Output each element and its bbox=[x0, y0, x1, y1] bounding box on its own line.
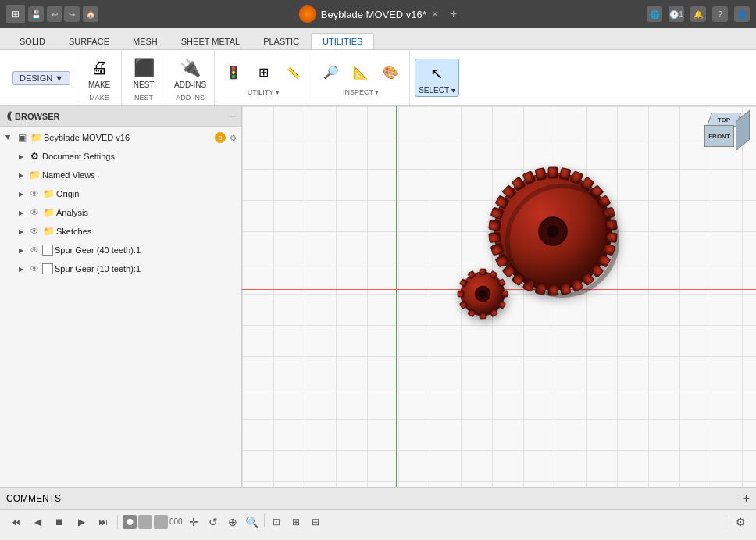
play-prev-button[interactable]: ◀ bbox=[28, 513, 47, 531]
svg-rect-30 bbox=[535, 168, 547, 181]
skip-start-button[interactable]: ⏮ bbox=[6, 513, 25, 531]
grid-layout-button[interactable]: ⊞ bbox=[249, 60, 277, 85]
tree-item-root[interactable]: ▶ ▣ 📁 Beyblade MOVED v16 B ⚙ bbox=[0, 128, 241, 147]
save-button[interactable]: 💾 bbox=[28, 6, 44, 22]
tree-arrow-named-views[interactable]: ▶ bbox=[16, 170, 27, 181]
eye-icon-spur40[interactable]: 👁 bbox=[28, 244, 41, 256]
tree-arrow-doc[interactable]: ▶ bbox=[16, 151, 27, 162]
eye-icon-analysis[interactable]: 👁 bbox=[28, 206, 41, 219]
tree-label-spur10: Spur Gear (10 teeth):1 bbox=[55, 264, 238, 274]
display-mode-button[interactable]: ⊡ bbox=[267, 513, 286, 531]
tree-label-analysis: Analysis bbox=[56, 208, 238, 217]
browser-collapse-left-icon[interactable]: ⟪ bbox=[6, 110, 12, 122]
utility-group: 🚦 ⊞ 📏 UTILITY ▾ bbox=[215, 50, 312, 105]
tree-item-origin[interactable]: ▶ 👁 📁 Origin bbox=[0, 184, 241, 203]
measure-button[interactable]: 📐 bbox=[347, 60, 375, 85]
design-group: DESIGN ▼ bbox=[6, 50, 77, 105]
tree-label-doc-settings: Document Settings bbox=[42, 152, 238, 161]
grid-settings-button[interactable]: ⊟ bbox=[306, 513, 325, 531]
svg-rect-44 bbox=[458, 291, 464, 297]
settings-button[interactable]: ⚙ bbox=[731, 513, 750, 531]
make-button[interactable]: 🖨 MAKE bbox=[82, 54, 116, 91]
traffic-button[interactable]: 🚦 bbox=[219, 60, 248, 85]
skip-end-button[interactable]: ⏭ bbox=[94, 513, 112, 531]
tree-item-spur10[interactable]: ▶ 👁 Spur Gear (10 teeth):1 bbox=[0, 259, 241, 278]
tree-arrow-spur10[interactable]: ▶ bbox=[16, 263, 27, 274]
clock-button[interactable]: 🕐 1 bbox=[669, 6, 684, 22]
redo-button[interactable]: ↪ bbox=[64, 6, 80, 22]
nest-button[interactable]: ⬛ NEST bbox=[127, 54, 161, 91]
tree-arrow-sketches[interactable]: ▶ bbox=[16, 226, 27, 237]
nest-group: ⬛ NEST NEST bbox=[122, 50, 166, 105]
home-button[interactable]: 🏠 bbox=[83, 6, 98, 22]
color-palette-button[interactable]: 🎨 bbox=[376, 60, 405, 85]
svg-rect-23 bbox=[489, 232, 501, 242]
play-button[interactable]: ▶ bbox=[72, 513, 91, 531]
body-icon-spur40 bbox=[42, 245, 53, 256]
notification-button[interactable]: 🔔 bbox=[690, 6, 706, 22]
tree-extra-root: B ⚙ bbox=[215, 132, 238, 143]
timeline-markers: ⬤ 000 ✛ ↺ ⊕ 🔍 ⊡ ⊞ ⊟ bbox=[123, 513, 721, 531]
component-icon-root: ▣ bbox=[16, 131, 28, 144]
svg-rect-2 bbox=[559, 168, 571, 181]
grid-button[interactable]: ⊞ bbox=[287, 513, 305, 531]
pan-button[interactable]: ✛ bbox=[184, 513, 203, 531]
add-comment-button[interactable]: + bbox=[743, 492, 750, 506]
gear-small-svg bbox=[451, 263, 514, 325]
design-button[interactable]: DESIGN ▼ bbox=[12, 71, 70, 85]
view-cube[interactable]: TOP FRONT bbox=[703, 113, 750, 159]
svg-point-48 bbox=[479, 290, 487, 298]
stop-button[interactable]: ⏹ bbox=[50, 513, 69, 531]
account-button[interactable]: 👤 bbox=[734, 6, 750, 22]
tab-utilities[interactable]: UTILITIES bbox=[311, 33, 374, 49]
comments-label: COMMENTS bbox=[6, 493, 61, 504]
tab-plastic[interactable]: PLASTIC bbox=[251, 33, 311, 49]
tab-solid[interactable]: SOLID bbox=[8, 33, 57, 49]
tree-item-named-views[interactable]: ▶ 📁 Named Views bbox=[0, 166, 241, 184]
inspect-button[interactable]: 🔎 bbox=[317, 60, 345, 85]
help-button[interactable]: ? bbox=[712, 6, 728, 22]
zoom-in-button[interactable]: 🔍 bbox=[243, 513, 262, 531]
svg-rect-41 bbox=[480, 313, 486, 319]
tree-arrow-analysis[interactable]: ▶ bbox=[16, 207, 27, 218]
browser-collapse-icon[interactable]: − bbox=[228, 109, 235, 123]
ruler-button[interactable]: 📏 bbox=[279, 60, 307, 85]
title-bar-left: ⊞ 💾 ↩ ↪ 🏠 bbox=[6, 5, 98, 23]
cube-front-label: FRONT bbox=[708, 133, 730, 140]
tab-mesh[interactable]: MESH bbox=[121, 33, 169, 49]
ruler-icon: 📏 bbox=[282, 62, 304, 84]
addins-group-label: ADD-INS bbox=[176, 94, 205, 102]
svg-point-32 bbox=[547, 225, 559, 238]
app-grid-button[interactable]: ⊞ bbox=[6, 5, 25, 23]
globe-button[interactable]: 🌐 bbox=[647, 6, 662, 22]
eye-icon-origin[interactable]: 👁 bbox=[28, 188, 41, 200]
tree-item-sketches[interactable]: ▶ 👁 📁 Sketches bbox=[0, 222, 241, 241]
nest-label: NEST bbox=[134, 80, 155, 89]
folder-icon-named-views: 📁 bbox=[28, 169, 41, 181]
tree-arrow-spur40[interactable]: ▶ bbox=[16, 245, 27, 256]
eye-icon-sketches[interactable]: 👁 bbox=[28, 225, 41, 238]
title-bar: ⊞ 💾 ↩ ↪ 🏠 Beyblade MOVED v16* ✕ + 🌐 🕐 1 … bbox=[0, 0, 756, 28]
browser-header-left: ⟪ BROWSER bbox=[6, 110, 59, 122]
tree-arrow-root[interactable]: ▶ bbox=[3, 132, 14, 143]
utility-group-label: UTILITY ▾ bbox=[248, 88, 280, 96]
make-label: MAKE bbox=[88, 80, 110, 89]
canvas-area[interactable]: TOP FRONT bbox=[242, 106, 756, 487]
tree-item-analysis[interactable]: ▶ 👁 📁 Analysis bbox=[0, 203, 241, 222]
title-close-icon[interactable]: ✕ bbox=[431, 9, 439, 20]
cube-front-face[interactable]: FRONT bbox=[704, 125, 734, 147]
app-title: Beyblade MOVED v16* bbox=[321, 9, 426, 20]
select-button[interactable]: ↖ SELECT ▾ bbox=[415, 59, 459, 97]
tab-sheetmetal[interactable]: SHEET METAL bbox=[169, 33, 251, 49]
new-tab-icon[interactable]: + bbox=[450, 7, 457, 21]
orbit-button[interactable]: ↺ bbox=[204, 513, 223, 531]
tree-item-doc-settings[interactable]: ▶ ⚙ Document Settings bbox=[0, 147, 241, 166]
undo-button[interactable]: ↩ bbox=[47, 6, 62, 22]
eye-icon-spur10[interactable]: 👁 bbox=[28, 263, 41, 275]
tree-arrow-origin[interactable]: ▶ bbox=[16, 188, 27, 199]
addins-button[interactable]: 🔌 ADD-INS bbox=[171, 54, 209, 91]
tree-item-spur40[interactable]: ▶ 👁 Spur Gear (40 teeth):1 bbox=[0, 241, 241, 259]
tab-surface[interactable]: SURFACE bbox=[57, 33, 121, 49]
comments-bar: COMMENTS + bbox=[0, 487, 756, 509]
zoom-fit-button[interactable]: ⊕ bbox=[223, 513, 242, 531]
